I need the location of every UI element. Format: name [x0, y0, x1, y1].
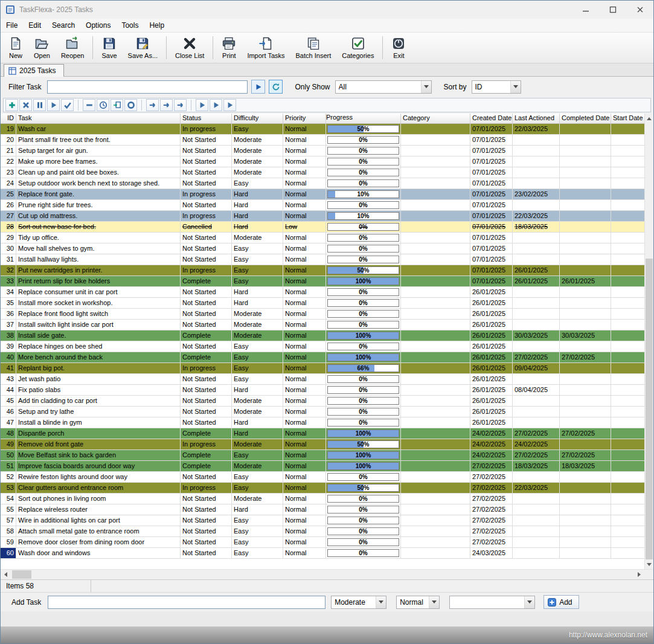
task-row[interactable]: 55Replace wireless routerNot StartedHard…	[1, 504, 644, 515]
task-row[interactable]: 38Install side gate.CompleteModerateNorm…	[1, 330, 644, 341]
action-button-history[interactable]	[97, 99, 109, 111]
horizontal-scrollbar[interactable]	[1, 569, 653, 579]
menu-item-help[interactable]: Help	[144, 19, 170, 31]
toolbar-button-exit[interactable]: Exit	[386, 33, 411, 62]
menu-item-tools[interactable]: Tools	[116, 19, 144, 31]
task-row[interactable]: 60Wash door and windowsNot StartedEasyNo…	[1, 548, 644, 559]
maximize-button[interactable]	[599, 1, 626, 19]
task-row[interactable]: 52Rewire feston lights around door wayNo…	[1, 472, 644, 483]
task-row[interactable]: 50Move Belfast sink to back gardenComple…	[1, 450, 644, 461]
task-row[interactable]: 40More bench around the backCompleteEasy…	[1, 352, 644, 363]
column-header-id[interactable]: ID	[1, 114, 16, 123]
action-button-focus[interactable]	[124, 99, 137, 111]
menu-item-options[interactable]: Options	[80, 19, 116, 31]
toolbar-button-categories[interactable]: Categories	[336, 33, 379, 62]
toolbar-button-open[interactable]: Open	[28, 33, 56, 62]
add-task-input[interactable]	[48, 596, 325, 609]
menu-item-edit[interactable]: Edit	[23, 19, 46, 31]
task-row[interactable]: 51Improve fascia boards around door wayC…	[1, 461, 644, 472]
action-button-complete-task[interactable]	[61, 99, 74, 111]
task-row[interactable]: 20Plant small fir tree out the front.Not…	[1, 135, 644, 146]
task-row[interactable]: 23Clean up and paint old bee boxes.Not S…	[1, 167, 644, 178]
task-row[interactable]: 41Replant big pot.In progressEasyNormal6…	[1, 363, 644, 374]
scroll-up-arrow[interactable]	[645, 114, 653, 123]
column-header-created[interactable]: Created Date	[470, 114, 513, 123]
task-row[interactable]: 59Remove door closer from dining room do…	[1, 537, 644, 548]
action-button-move-task[interactable]	[111, 99, 123, 111]
task-row[interactable]: 21Setup target for air gun.Not StartedMo…	[1, 146, 644, 156]
task-row[interactable]: 46Setup and try latheNot StartedModerate…	[1, 407, 644, 417]
action-button-add-task[interactable]	[5, 99, 18, 111]
add-difficulty-select[interactable]: Moderate	[331, 596, 386, 609]
column-header-start[interactable]: Start Date	[611, 114, 644, 123]
action-button-start-task[interactable]	[210, 99, 222, 111]
task-row[interactable]: 19Wash carIn progressEasyNormal50%07/01/…	[1, 124, 644, 135]
add-priority-select[interactable]: Normal	[396, 596, 440, 609]
menu-item-search[interactable]: Search	[46, 19, 80, 31]
column-header-completed[interactable]: Completed Date	[560, 114, 611, 123]
column-header-task[interactable]: Task	[16, 114, 181, 123]
task-row[interactable]: 31Install hallway lights.Not StartedEasy…	[1, 254, 644, 265]
task-row[interactable]: 49Remove old front gateIn progressModera…	[1, 439, 644, 450]
toolbar-button-reopen[interactable]: Reopen	[56, 33, 90, 62]
column-header-difficulty[interactable]: Difficulty	[232, 114, 283, 123]
toolbar-button-save[interactable]: Save	[96, 33, 122, 62]
scroll-down-arrow[interactable]	[645, 559, 653, 569]
task-row[interactable]: 53Clear gutters around entrance roomIn p…	[1, 483, 644, 494]
task-row[interactable]: 45Add tin cladding to car portNot Starte…	[1, 396, 644, 407]
task-row[interactable]: 32Put new cartridges in printer.In progr…	[1, 265, 644, 276]
action-button-arrow-right[interactable]	[174, 99, 187, 111]
task-row[interactable]: 30Move hall shelves to gym.Not StartedEa…	[1, 243, 644, 254]
vertical-scrollbar[interactable]	[644, 114, 653, 569]
vertical-scroll-track[interactable]	[645, 123, 653, 559]
task-row[interactable]: 54Sort out phones in living roomNot Star…	[1, 494, 644, 504]
task-row[interactable]: 44Fix patio slabsNot StartedHardNormal0%…	[1, 385, 644, 396]
toolbar-button-new[interactable]: New	[3, 33, 28, 62]
menu-item-file[interactable]: File	[1, 19, 23, 31]
refresh-button[interactable]	[269, 80, 283, 94]
toolbar-button-batch-insert[interactable]: Batch Insert	[290, 33, 337, 62]
apply-filter-button[interactable]	[251, 80, 265, 94]
toolbar-button-import-tasks[interactable]: Import Tasks	[242, 33, 290, 62]
task-row[interactable]: 35Install more socket in workshop.Not St…	[1, 298, 644, 309]
column-header-status[interactable]: Status	[181, 114, 232, 123]
action-button-arrow-right[interactable]	[160, 99, 173, 111]
action-button-remove[interactable]	[83, 99, 95, 111]
column-header-category[interactable]: Category	[401, 114, 470, 123]
horizontal-scroll-thumb[interactable]	[12, 570, 31, 579]
minimize-button[interactable]	[572, 1, 599, 19]
scroll-left-arrow[interactable]	[1, 570, 11, 579]
toolbar-button-save-as[interactable]: Save As...	[123, 33, 164, 62]
action-button-start-task[interactable]	[196, 99, 208, 111]
task-row[interactable]: 57Wire in additional lights on car portN…	[1, 515, 644, 526]
task-row[interactable]: 28Sort out new base for bed.CancelledHar…	[1, 222, 644, 233]
task-row[interactable]: 22Make up more bee frames.Not StartedMod…	[1, 156, 644, 167]
task-row[interactable]: 48Dispantle porchCompleteHardNormal100%2…	[1, 428, 644, 439]
close-button[interactable]	[626, 1, 653, 19]
action-button-start-task[interactable]	[223, 99, 236, 111]
task-row[interactable]: 25Replace front gate.In progressHardNorm…	[1, 189, 644, 200]
only-show-select[interactable]: All	[335, 80, 432, 94]
toolbar-button-print[interactable]: Print	[216, 33, 242, 62]
action-button-cancel-task[interactable]	[19, 99, 32, 111]
add-category-select[interactable]	[449, 596, 535, 609]
column-header-priority[interactable]: Priority	[283, 114, 326, 123]
task-row[interactable]: 37Install switch light inside car portNo…	[1, 320, 644, 330]
task-row[interactable]: 43Jet wash patioNot StartedEasyNormal0%2…	[1, 374, 644, 385]
toolbar-button-close-list[interactable]: Close List	[170, 33, 210, 62]
task-row[interactable]: 47Install a blinde in gymNot StartedHard…	[1, 417, 644, 428]
task-row[interactable]: 58Attach small metal gate to entrance ro…	[1, 526, 644, 537]
filter-task-input[interactable]	[47, 80, 248, 94]
add-button[interactable]: Add	[543, 595, 579, 609]
task-row[interactable]: 33Print return slip for bike holdersComp…	[1, 276, 644, 287]
task-row[interactable]: 39Replace hinges on bee shedNot StartedE…	[1, 341, 644, 352]
column-header-actioned[interactable]: Last Actioned	[513, 114, 560, 123]
task-row[interactable]: 26Prune right side fur trees.Not Started…	[1, 200, 644, 211]
vertical-scroll-thumb[interactable]	[646, 259, 653, 559]
action-button-pause-task[interactable]	[33, 99, 46, 111]
task-row[interactable]: 34Replace consumer unit in car portNot S…	[1, 287, 644, 298]
task-row[interactable]: 36Replace front flood light switchNot St…	[1, 309, 644, 320]
scroll-right-arrow[interactable]	[634, 570, 644, 579]
horizontal-scroll-track[interactable]	[11, 570, 634, 579]
action-button-arrow-right[interactable]	[146, 99, 159, 111]
